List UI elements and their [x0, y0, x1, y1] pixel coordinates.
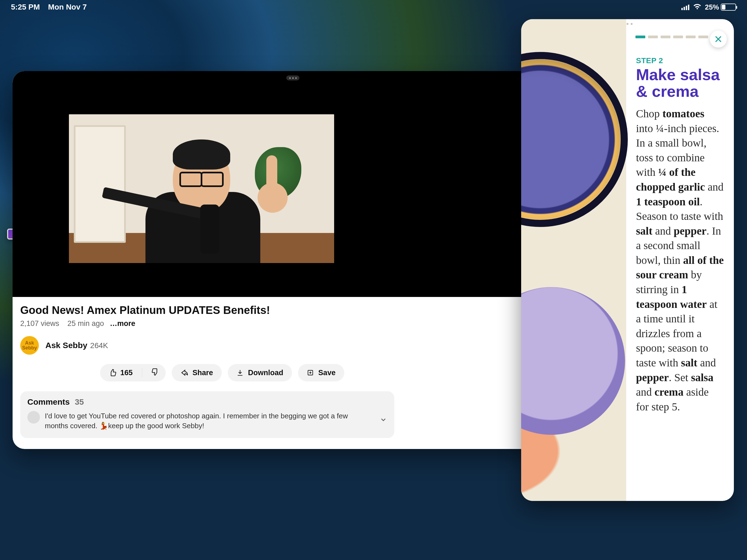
save-button[interactable]: Save [298, 364, 344, 381]
video-app-window: Good News! Amex Platinum UPDATES Benefit… [12, 71, 573, 449]
svg-rect-2 [686, 6, 687, 10]
top-comment-text: I'd love to get YouTube red covered or p… [45, 411, 367, 431]
chevron-down-icon [380, 416, 387, 424]
video-views: 2,107 views [20, 320, 59, 328]
like-count: 165 [120, 368, 133, 377]
description-more-button[interactable]: …more [110, 320, 135, 328]
download-icon [236, 369, 243, 376]
thumbs-up-icon [109, 369, 117, 377]
battery-percent: 25% [705, 3, 719, 11]
recipe-app-window: STEP 2 Make salsa & crema Chop tomatoes … [521, 19, 734, 501]
svg-rect-1 [684, 7, 685, 10]
status-bar: 5:25 PM Mon Nov 7 25% [0, 0, 747, 14]
download-label: Download [248, 368, 283, 377]
dislike-button[interactable] [152, 368, 159, 378]
thumbs-down-icon [152, 368, 159, 376]
step-instructions: Chop tomatoes into ¼-inch pieces. In a s… [636, 106, 724, 414]
share-icon [180, 369, 188, 377]
save-label: Save [318, 368, 335, 377]
expand-comments-button[interactable] [380, 416, 387, 425]
video-subline: 2,107 views 25 min ago …more [20, 320, 565, 328]
video-title: Good News! Amex Platinum UPDATES Benefit… [20, 304, 565, 316]
channel-subscribers: 264K [90, 341, 108, 350]
video-frame [69, 114, 334, 263]
save-icon [307, 369, 314, 376]
like-dislike-chip: 165 [100, 364, 166, 381]
download-button[interactable]: Download [228, 364, 292, 381]
channel-name[interactable]: Ask Sebby [45, 341, 87, 350]
video-actions: 165 Share Download Save [12, 355, 573, 381]
svg-rect-0 [681, 8, 683, 10]
video-age: 25 min ago [68, 320, 104, 328]
channel-avatar[interactable]: Ask Sebby [20, 336, 39, 355]
share-label: Share [192, 368, 213, 377]
close-button[interactable] [710, 31, 727, 48]
wifi-icon [693, 4, 702, 10]
status-date: Mon Nov 7 [48, 3, 87, 11]
like-button[interactable]: 165 [109, 368, 133, 377]
battery-icon [721, 4, 736, 11]
commenter-avatar [27, 411, 40, 424]
svg-rect-3 [688, 5, 689, 10]
video-player[interactable] [12, 71, 573, 297]
cellular-icon [681, 4, 690, 10]
battery-indicator: 25% [705, 3, 736, 11]
share-button[interactable]: Share [172, 364, 222, 381]
comments-panel[interactable]: Comments 35 I'd love to get YouTube red … [20, 391, 394, 438]
recipe-illustration [521, 19, 626, 501]
close-icon [714, 35, 722, 43]
window-drag-handle-icon[interactable] [286, 75, 300, 80]
step-title: Make salsa & crema [636, 66, 724, 100]
comments-label: Comments [27, 397, 70, 406]
status-time: 5:25 PM [11, 3, 40, 11]
step-progress [636, 35, 708, 38]
step-label: STEP 2 [636, 56, 724, 65]
comments-count: 35 [75, 397, 84, 406]
